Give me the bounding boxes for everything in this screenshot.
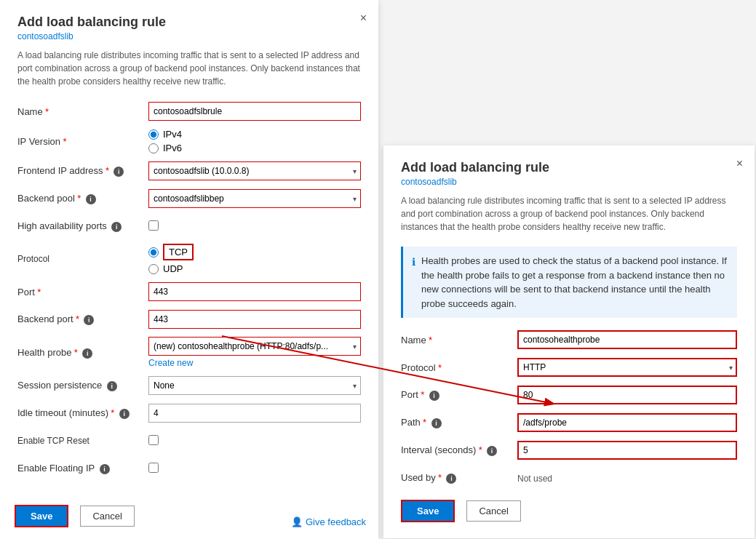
ipv6-label: IPv6 (163, 143, 182, 153)
name-input[interactable] (148, 102, 361, 121)
right-name-label: Name * (401, 335, 517, 346)
left-save-button[interactable]: Save (15, 505, 68, 527)
right-path-label: Path * i (401, 417, 517, 428)
tcp-reset-label: Enable TCP Reset (17, 436, 148, 446)
backend-port-info-icon[interactable]: i (84, 315, 94, 325)
tcp-reset-checkbox[interactable] (148, 435, 159, 445)
ipv4-radio[interactable] (148, 129, 159, 140)
feedback-icon: 👤 (291, 516, 303, 527)
port-label: Port * (17, 287, 148, 298)
health-probe-info-icon[interactable]: i (82, 348, 92, 359)
right-interval-label: Interval (seconds) * i (401, 444, 517, 456)
idle-timeout-label: Idle timeout (minutes) * i (17, 407, 148, 419)
session-persistence-info-icon[interactable]: i (107, 381, 117, 391)
idle-timeout-input[interactable] (148, 404, 361, 423)
udp-row: UDP (148, 263, 361, 274)
right-close-button[interactable]: × (736, 157, 743, 170)
backend-pool-label: Backend pool * i (17, 193, 148, 204)
ip-version-control: IPv4 IPv6 (148, 129, 361, 153)
port-row: Port * (17, 282, 361, 302)
ipv4-label: IPv4 (163, 129, 182, 140)
tcp-radio[interactable] (148, 247, 159, 257)
right-used-by-control: Not used (517, 473, 737, 484)
create-new-link[interactable]: Create new (148, 358, 361, 368)
right-protocol-row: Protocol * HTTP ▾ (401, 357, 737, 378)
right-path-control (517, 413, 737, 432)
right-panel-description: A load balancing rule distributes incomi… (401, 194, 737, 233)
udp-label: UDP (163, 263, 183, 274)
ipv6-radio[interactable] (148, 143, 159, 153)
right-path-info-icon[interactable]: i (431, 418, 442, 428)
port-input[interactable] (148, 282, 361, 301)
session-persistence-control: None ▾ (148, 376, 361, 395)
floating-ip-row: Enable Floating IP i (17, 458, 361, 479)
tcp-label: TCP (163, 244, 194, 260)
right-panel-title: Add load balancing rule (401, 160, 737, 175)
right-port-input[interactable] (517, 386, 737, 404)
floating-ip-info-icon[interactable]: i (100, 464, 110, 474)
backend-pool-row: Backend pool * i contosoadfslibbep ▾ (17, 188, 361, 209)
right-protocol-control: HTTP ▾ (517, 358, 737, 377)
ip-version-row: IP Version * IPv4 IPv6 (17, 129, 361, 153)
frontend-ip-control: contosoadfslib (10.0.0.8) ▾ (148, 161, 361, 180)
right-used-by-info-icon[interactable]: i (446, 474, 456, 484)
right-name-input[interactable] (517, 330, 737, 349)
health-probe-select[interactable]: (new) contosohealthprobe (HTTP:80/adfs/p… (148, 337, 361, 356)
left-cancel-button[interactable]: Cancel (80, 506, 134, 527)
frontend-ip-row: Frontend IP address * i contosoadfslib (… (17, 161, 361, 181)
close-button[interactable]: × (360, 12, 367, 25)
right-panel: × Add load balancing rule contosoadfslib… (383, 145, 755, 538)
frontend-ip-label: Frontend IP address * i (17, 165, 148, 177)
right-protocol-label: Protocol * (401, 362, 517, 373)
left-panel: × Add load balancing rule contosoadfslib… (0, 0, 378, 539)
right-used-by-row: Used by * i Not used (401, 468, 737, 488)
frontend-ip-select[interactable]: contosoadfslib (10.0.0.8) (148, 161, 361, 180)
floating-ip-checkbox[interactable] (148, 463, 159, 473)
session-persistence-row: Session persistence i None ▾ (17, 375, 361, 396)
right-path-input[interactable] (517, 413, 737, 432)
protocol-control: TCP UDP (148, 244, 361, 274)
name-row: Name * (17, 101, 361, 121)
right-protocol-select[interactable]: HTTP (517, 358, 737, 377)
info-box-icon: ℹ (412, 255, 415, 311)
high-avail-info-icon[interactable]: i (111, 222, 122, 232)
right-cancel-button[interactable]: Cancel (466, 500, 520, 522)
protocol-row: Protocol TCP UDP (17, 244, 361, 274)
frontend-ip-select-wrap: contosoadfslib (10.0.0.8) ▾ (148, 161, 361, 180)
session-persistence-select[interactable]: None (148, 376, 361, 395)
session-persistence-label: Session persistence i (17, 380, 148, 391)
backend-port-input[interactable] (148, 310, 361, 329)
right-interval-row: Interval (seconds) * i (401, 440, 737, 460)
backend-pool-select[interactable]: contosoadfslibbep (148, 189, 361, 208)
left-panel-subtitle: contosoadfslib (17, 31, 361, 41)
high-avail-row: High availability ports i (17, 216, 361, 236)
right-path-row: Path * i (401, 412, 737, 433)
health-probe-row: Health probe * i (new) contosohealthprob… (17, 337, 361, 368)
tcp-reset-control (148, 435, 361, 447)
give-feedback-link[interactable]: 👤 Give feedback (291, 516, 366, 527)
port-control (148, 282, 361, 301)
right-interval-info-icon[interactable]: i (487, 446, 497, 456)
right-save-button[interactable]: Save (401, 500, 455, 522)
backend-pool-select-wrap: contosoadfslibbep ▾ (148, 189, 361, 208)
right-interval-control (517, 441, 737, 460)
floating-ip-label: Enable Floating IP i (17, 463, 148, 474)
backend-port-row: Backend port * i (17, 309, 361, 330)
backend-pool-info-icon[interactable]: i (86, 194, 96, 204)
health-probe-select-wrap: (new) contosohealthprobe (HTTP:80/adfs/p… (148, 337, 361, 356)
frontend-ip-info-icon[interactable]: i (114, 167, 124, 177)
backend-port-control (148, 310, 361, 329)
right-interval-input[interactable] (517, 441, 737, 460)
backend-port-label: Backend port * i (17, 314, 148, 325)
idle-timeout-row: Idle timeout (minutes) * i (17, 403, 361, 423)
udp-radio[interactable] (148, 264, 159, 274)
left-panel-footer: Save Cancel (15, 505, 135, 527)
info-box: ℹ Health probes are used to check the st… (401, 247, 737, 318)
idle-timeout-info-icon[interactable]: i (119, 409, 130, 419)
health-probe-label: Health probe * i (17, 347, 148, 359)
right-port-info-icon[interactable]: i (429, 391, 439, 401)
high-avail-checkbox[interactable] (148, 220, 159, 231)
name-label: Name * (17, 106, 148, 117)
backend-pool-control: contosoadfslibbep ▾ (148, 189, 361, 208)
right-port-control (517, 386, 737, 404)
